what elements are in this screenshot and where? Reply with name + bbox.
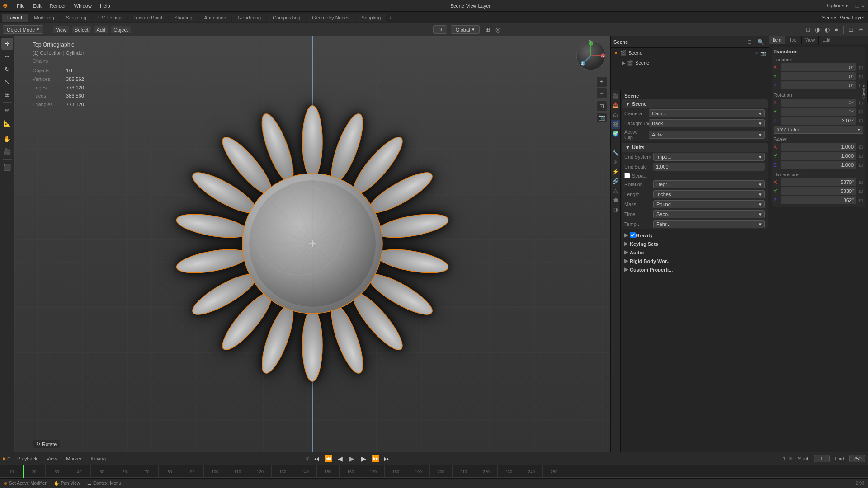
start-frame-input[interactable] <box>814 455 830 462</box>
tab-layout[interactable]: Layout <box>2 14 28 22</box>
render-menu[interactable]: Render <box>46 2 70 9</box>
tab-shading[interactable]: Shading <box>169 14 198 22</box>
play-btn[interactable]: ▶ <box>347 454 357 464</box>
separate-checkbox[interactable] <box>624 173 630 178</box>
unit-scale-input[interactable] <box>653 163 765 171</box>
proportional-edit-btn[interactable]: ◎ <box>494 25 502 34</box>
material-tab[interactable]: ⬟ <box>611 196 620 205</box>
constraints-tab[interactable]: 🔗 <box>611 177 620 186</box>
transform-tool-btn[interactable]: ⊞ <box>1 89 13 100</box>
rigid-body-world-header[interactable]: ▶ Rigid Body Wor... <box>622 257 768 265</box>
loc-x-input[interactable] <box>781 63 856 71</box>
dim-x-input[interactable] <box>781 178 856 186</box>
tab-animation[interactable]: Animation <box>199 14 232 22</box>
jump-to-start-btn[interactable]: ⏮ <box>311 454 321 464</box>
loc-y-input[interactable] <box>781 72 856 80</box>
time-dropdown[interactable]: Seco... ▾ <box>653 210 765 218</box>
tab-scripting[interactable]: Scripting <box>356 14 386 22</box>
units-header[interactable]: ▼ Units <box>622 143 768 152</box>
dim-z-input[interactable] <box>781 196 856 204</box>
tab-modeling[interactable]: Modeling <box>28 14 60 22</box>
edit-menu[interactable]: Edit <box>29 2 45 9</box>
n-panel-tool-tab[interactable]: Tool <box>785 36 801 44</box>
tab-compositing[interactable]: Compositing <box>267 14 306 22</box>
create-tab[interactable]: Create <box>860 81 868 102</box>
dim-y-input[interactable] <box>781 187 856 195</box>
view-layer-tab[interactable]: 🗂 <box>611 110 620 119</box>
data-tab[interactable]: △ <box>611 186 620 195</box>
scene-render-icon[interactable]: 📷 <box>760 51 766 56</box>
n-panel-item-tab[interactable]: Item <box>769 36 785 44</box>
audio-header[interactable]: ▶ Audio <box>622 248 768 257</box>
outliner-filter-icon[interactable]: ⊡ <box>745 38 754 46</box>
tab-texture-paint[interactable]: Texture Paint <box>128 14 168 22</box>
annotate-btn[interactable]: ✏ <box>1 104 13 116</box>
viewport-zoom-out-btn[interactable]: − <box>597 88 607 98</box>
transform-orientation-btn[interactable]: Global ▾ <box>451 25 480 34</box>
pan-btn[interactable]: ✋ <box>1 133 13 145</box>
rotation-dropdown[interactable]: Degr... ▾ <box>653 180 765 188</box>
next-frame-btn[interactable]: ▶ <box>359 454 368 464</box>
outliner-search-icon[interactable]: 🔍 <box>755 38 766 46</box>
rot-z-input[interactable] <box>781 117 856 125</box>
cursor-tool-btn[interactable]: ✛ <box>1 38 13 50</box>
scale-x-input[interactable] <box>781 143 856 151</box>
file-menu[interactable]: File <box>13 2 28 9</box>
scene-select[interactable]: Scene <box>822 15 836 20</box>
output-tab[interactable]: 📤 <box>611 101 620 110</box>
scale-tool-btn[interactable]: ⤡ <box>1 76 13 88</box>
scale-x-copy-btn[interactable]: ⊡ <box>858 145 863 150</box>
playback-menu[interactable]: Playback <box>14 455 40 462</box>
material-btn[interactable]: ◐ <box>823 25 831 34</box>
physics-tab[interactable]: ⚡ <box>611 167 620 176</box>
next-keyframe-btn[interactable]: ⏩ <box>370 454 380 464</box>
unit-system-dropdown[interactable]: Impe... ▾ <box>653 153 765 161</box>
rot-y-input[interactable] <box>781 108 856 116</box>
options-btn[interactable]: Options ▾ <box>827 3 848 9</box>
scene-eye-icon[interactable]: 👁 <box>755 51 759 56</box>
viewport-zoom-fit-btn[interactable]: ⊡ <box>597 101 607 111</box>
n-panel-edit-tab[interactable]: Edit <box>819 36 834 44</box>
outliner-content[interactable]: ▼ 🎬 Scene 👁 📷 ▶ 🎬 Scene <box>611 48 769 90</box>
view-menu-btn[interactable]: View <box>53 26 69 33</box>
particles-tab[interactable]: ✳ <box>611 158 620 167</box>
dim-z-copy-btn[interactable]: ⊡ <box>858 198 863 203</box>
sun-object[interactable] <box>165 97 459 391</box>
length-dropdown[interactable]: Inches ▾ <box>653 190 765 198</box>
object-mode-dropdown[interactable]: Object Mode ▾ <box>3 25 43 34</box>
shading-tab[interactable]: ◑ <box>611 205 620 214</box>
tab-rendering[interactable]: Rendering <box>232 14 266 22</box>
end-frame-input[interactable] <box>849 455 865 462</box>
n-panel-view-tab[interactable]: View <box>802 36 819 44</box>
timeline-scrollbar[interactable] <box>0 477 868 478</box>
scale-y-input[interactable] <box>781 152 856 160</box>
modifier-tab[interactable]: 🔧 <box>611 148 620 157</box>
prev-keyframe-btn[interactable]: ⏪ <box>323 454 333 464</box>
scene-tab[interactable]: 🎬 <box>611 120 620 129</box>
timeline-bar[interactable]: 10 20 30 40 50 60 70 80 90 100 110 120 1… <box>0 465 868 478</box>
render-tab[interactable]: 🎥 <box>611 91 620 100</box>
minimize-btn[interactable]: ─ <box>850 3 854 9</box>
view-menu[interactable]: View <box>44 455 60 462</box>
camera-btn[interactable]: 🎥 <box>1 145 13 157</box>
maximize-btn[interactable]: □ <box>856 3 859 9</box>
object-tab[interactable]: □ <box>611 139 620 148</box>
tab-sculpting[interactable]: Sculpting <box>61 14 92 22</box>
jump-to-end-btn[interactable]: ⏭ <box>382 454 392 464</box>
wireframe-btn[interactable]: □ <box>804 25 811 34</box>
scale-z-copy-btn[interactable]: ⊡ <box>858 163 863 168</box>
window-menu[interactable]: Window <box>71 2 95 9</box>
keying-sets-header[interactable]: ▶ Keying Sets <box>622 239 768 248</box>
pivot-point-btn[interactable]: ⊙ <box>433 25 447 34</box>
solid-btn[interactable]: ◑ <box>813 25 821 34</box>
mass-dropdown[interactable]: Pound ▾ <box>653 200 765 208</box>
rot-z-copy-btn[interactable]: ⊡ <box>858 118 863 123</box>
add-cube-btn[interactable]: ⬛ <box>1 161 13 173</box>
close-btn[interactable]: ✕ <box>861 3 865 9</box>
object-menu-btn[interactable]: Object <box>111 26 131 33</box>
world-tab[interactable]: 🌍 <box>611 129 620 138</box>
overlays-btn[interactable]: ⊡ <box>847 25 855 34</box>
outliner-scene-item[interactable]: ▼ 🎬 Scene 👁 📷 <box>611 48 769 58</box>
rot-y-copy-btn[interactable]: ⊡ <box>858 109 863 114</box>
navigation-gizmo[interactable]: Y X Z <box>575 40 607 71</box>
